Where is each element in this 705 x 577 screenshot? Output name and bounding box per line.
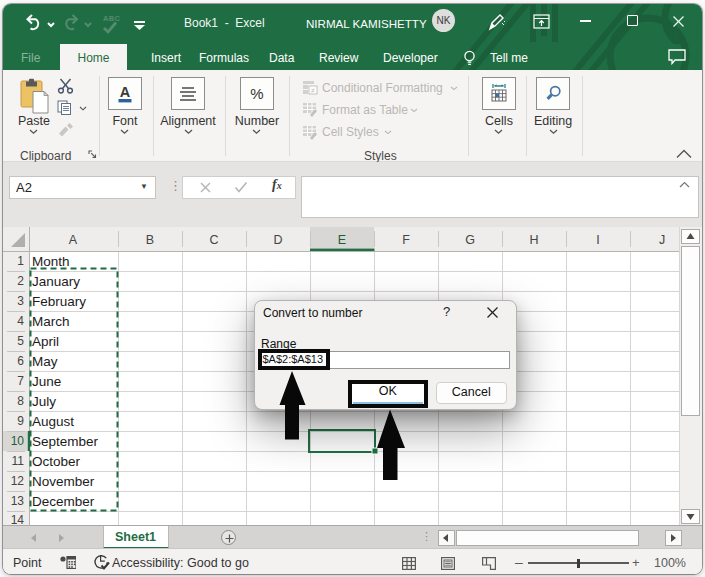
svg-text:5: 5 — [17, 334, 24, 348]
svg-text:I: I — [596, 233, 599, 247]
svg-text:A: A — [120, 84, 131, 100]
svg-text:ABC: ABC — [103, 14, 120, 23]
svg-text:E: E — [338, 233, 346, 247]
svg-text:6: 6 — [17, 354, 24, 368]
svg-text:14: 14 — [11, 513, 25, 525]
svg-text:April: April — [32, 334, 59, 349]
svg-text:13: 13 — [11, 494, 25, 508]
svg-text:2: 2 — [17, 274, 24, 288]
svg-text:H: H — [529, 233, 538, 247]
svg-text:June: June — [32, 374, 61, 389]
svg-text:November: November — [32, 474, 95, 489]
svg-text:3: 3 — [17, 294, 24, 308]
svg-text:May: May — [32, 354, 58, 369]
svg-text:J: J — [659, 233, 665, 247]
svg-text:A: A — [69, 233, 78, 247]
svg-text:February: February — [32, 294, 86, 309]
svg-text:12: 12 — [11, 474, 25, 488]
svg-text:F: F — [402, 233, 410, 247]
svg-text:C: C — [209, 233, 218, 247]
svg-text:D: D — [273, 233, 282, 247]
svg-text:B: B — [146, 233, 154, 247]
svg-text:9: 9 — [17, 414, 24, 428]
svg-text:December: December — [32, 494, 95, 509]
svg-text:≠: ≠ — [311, 87, 315, 94]
svg-text:July: July — [32, 394, 56, 409]
svg-text:8: 8 — [17, 394, 24, 408]
svg-text:March: March — [32, 314, 70, 329]
svg-text:4: 4 — [17, 314, 24, 328]
svg-text:January: January — [32, 274, 80, 289]
svg-text:10: 10 — [11, 434, 25, 448]
svg-text:11: 11 — [12, 454, 25, 468]
svg-text:7: 7 — [17, 374, 24, 388]
svg-text:1: 1 — [17, 254, 24, 268]
svg-text:Month: Month — [32, 254, 70, 269]
svg-text:September: September — [32, 434, 99, 449]
svg-text:August: August — [32, 414, 74, 429]
svg-text:October: October — [32, 454, 81, 469]
svg-text:G: G — [465, 233, 475, 247]
